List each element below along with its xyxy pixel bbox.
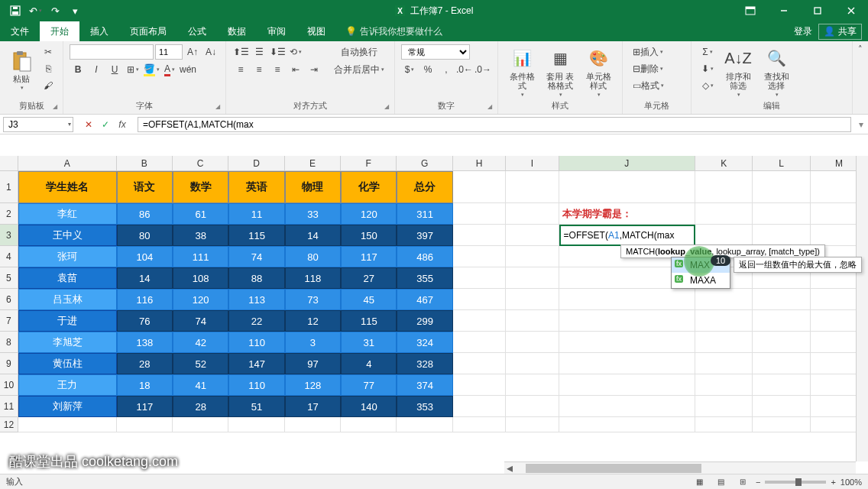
align-bottom-button[interactable]: ⬇☰ [269, 44, 286, 60]
cell[interactable]: 128 [285, 374, 341, 396]
font-color-button[interactable]: A▾ [161, 62, 178, 77]
horizontal-scrollbar[interactable]: ◂ [504, 461, 856, 474]
wrap-text-button[interactable]: 自动换行 [330, 44, 388, 60]
cell[interactable] [453, 267, 506, 289]
column-header-G[interactable]: G [397, 156, 452, 170]
row-header-9[interactable]: 9 [0, 353, 18, 374]
cell[interactable]: 73 [285, 289, 341, 310]
cell[interactable]: 150 [341, 225, 397, 246]
cell[interactable]: 115 [341, 310, 397, 332]
cell[interactable]: 52 [173, 353, 228, 374]
row-header-12[interactable]: 12 [0, 417, 18, 432]
top-student-label[interactable]: 本学期学霸是： [559, 203, 695, 225]
column-header-D[interactable]: D [228, 156, 284, 170]
find-select-button[interactable]: 🔍查找和选择▾ [759, 44, 794, 99]
cell[interactable]: 22 [228, 310, 284, 332]
sort-filter-button[interactable]: A↓Z排序和筛选▾ [721, 44, 756, 99]
cell[interactable]: 王中义 [18, 225, 117, 246]
cell[interactable] [453, 417, 506, 432]
select-all-corner[interactable] [0, 156, 18, 170]
cell[interactable] [753, 417, 810, 432]
format-painter-button[interactable]: 🖌 [40, 78, 57, 93]
cell[interactable] [695, 396, 753, 417]
close-button[interactable] [834, 0, 868, 21]
cell[interactable]: 140 [341, 396, 397, 417]
cell[interactable]: 12 [285, 310, 341, 332]
column-header-K[interactable]: K [695, 156, 753, 170]
zoom-level[interactable]: 100% [840, 478, 862, 487]
cell[interactable]: 117 [341, 246, 397, 267]
cell[interactable]: 120 [341, 203, 397, 225]
cell[interactable] [695, 289, 753, 310]
phonetic-button[interactable]: wén [180, 62, 196, 77]
cell[interactable] [228, 417, 284, 432]
column-header-E[interactable]: E [285, 156, 341, 170]
decrease-indent-button[interactable]: ⇤ [287, 62, 304, 77]
cell[interactable] [453, 374, 506, 396]
cell[interactable]: 467 [397, 289, 452, 310]
cell[interactable] [559, 417, 695, 432]
cell[interactable] [173, 417, 228, 432]
cell[interactable] [506, 374, 559, 396]
cell[interactable]: 51 [228, 396, 284, 417]
cell[interactable] [117, 417, 173, 432]
cell[interactable] [559, 289, 695, 310]
cell[interactable] [753, 310, 810, 332]
cell[interactable] [559, 171, 695, 203]
decrease-decimal-button[interactable]: .0→ [474, 62, 491, 77]
cell[interactable]: 王力 [18, 374, 117, 396]
cell-styles-button[interactable]: 🎨单元格样式▾ [581, 44, 616, 99]
tab-pagelayout[interactable]: 页面布局 [119, 21, 177, 41]
decrease-font-button[interactable]: A↓ [202, 44, 219, 60]
cell[interactable] [285, 417, 341, 432]
column-header-H[interactable]: H [453, 156, 506, 170]
percent-format-button[interactable]: % [419, 62, 436, 77]
expand-formula-bar-button[interactable]: ▾ [854, 119, 868, 130]
cell[interactable] [453, 310, 506, 332]
worksheet-grid[interactable]: ABCDEFGHIJKLM 1学生姓名语文数学英语物理化学总分2李红866111… [0, 156, 868, 474]
cell[interactable]: 数学 [173, 171, 228, 203]
cell[interactable] [559, 353, 695, 374]
cell[interactable]: 袁苗 [18, 267, 117, 289]
align-right-button[interactable]: ≡ [269, 62, 286, 77]
column-header-L[interactable]: L [753, 156, 810, 170]
qat-customize[interactable]: ▾ [66, 2, 84, 20]
share-button[interactable]: 👤共享 [818, 24, 862, 40]
cell[interactable]: 74 [228, 246, 284, 267]
cell[interactable]: 总分 [397, 171, 452, 203]
insert-function-button[interactable]: fx [115, 119, 130, 130]
cell[interactable]: 311 [397, 203, 452, 225]
row-header-6[interactable]: 6 [0, 289, 18, 310]
cell[interactable]: 104 [117, 246, 173, 267]
cell[interactable] [506, 267, 559, 289]
cell[interactable]: 14 [117, 267, 173, 289]
row-header-4[interactable]: 4 [0, 246, 18, 267]
cell[interactable]: 张珂 [18, 246, 117, 267]
font-name-input[interactable] [70, 44, 154, 60]
increase-font-button[interactable]: A↑ [184, 44, 201, 60]
cell[interactable] [753, 225, 810, 246]
cell[interactable]: 李旭芝 [18, 332, 117, 353]
number-launcher[interactable]: ◢ [485, 103, 494, 112]
cell[interactable] [453, 171, 506, 203]
zoom-out-button[interactable]: − [756, 478, 760, 487]
cell[interactable]: 3 [285, 332, 341, 353]
cell[interactable]: 刘新萍 [18, 396, 117, 417]
tab-insert[interactable]: 插入 [79, 21, 119, 41]
bold-button[interactable]: B [70, 62, 86, 77]
cell[interactable] [506, 289, 559, 310]
cut-button[interactable]: ✂ [40, 44, 57, 60]
row-header-2[interactable]: 2 [0, 203, 18, 225]
vertical-scrollbar[interactable] [856, 156, 868, 461]
cell[interactable] [695, 171, 753, 203]
cell[interactable]: 4 [341, 353, 397, 374]
cell[interactable]: 486 [397, 246, 452, 267]
cell[interactable]: 物理 [285, 171, 341, 203]
column-header-B[interactable]: B [117, 156, 173, 170]
cell[interactable] [506, 171, 559, 203]
cell[interactable]: 111 [173, 246, 228, 267]
clipboard-launcher[interactable]: ◢ [50, 103, 60, 112]
active-cell-J3[interactable]: =OFFSET(A1,MATCH(max [559, 225, 695, 246]
cell[interactable] [695, 353, 753, 374]
cell[interactable] [559, 396, 695, 417]
